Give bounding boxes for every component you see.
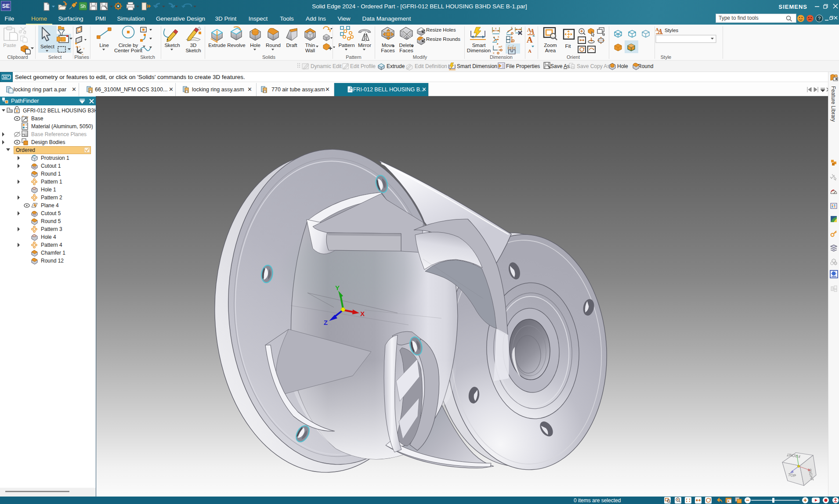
svg-text:Z: Z — [324, 319, 328, 326]
svg-text:x: x — [27, 119, 29, 122]
svg-text:y: y — [27, 115, 29, 118]
svg-text:X: X — [360, 310, 365, 317]
svg-text:Y: Y — [335, 284, 340, 292]
svg-text:z: z — [22, 115, 24, 117]
